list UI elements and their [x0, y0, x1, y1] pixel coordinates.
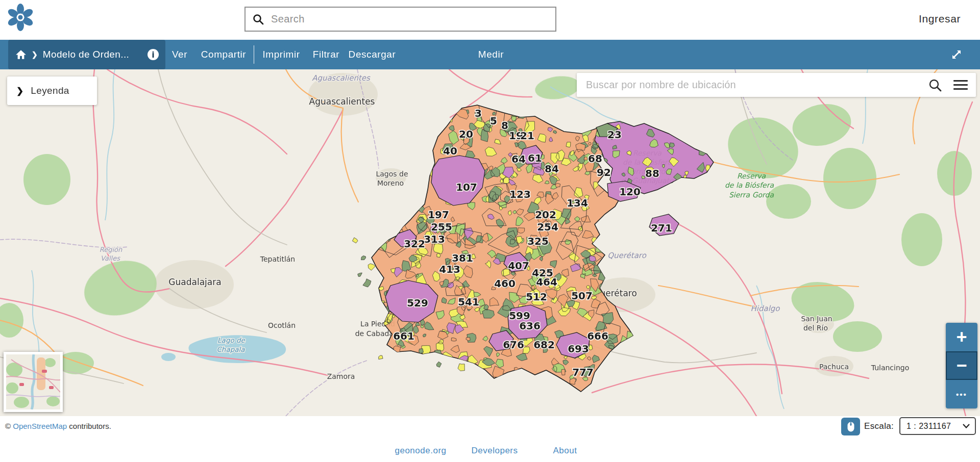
- geonode-flower-icon: [7, 3, 34, 32]
- region-number[interactable]: 21: [520, 130, 534, 142]
- search-icon: [253, 14, 264, 25]
- breadcrumb[interactable]: ❯ Modelo de Orden... i: [8, 40, 165, 69]
- region-number[interactable]: 541: [458, 296, 479, 308]
- map-label: Aguascalientes: [312, 73, 371, 83]
- menu-burger-icon[interactable]: [953, 78, 968, 92]
- region-number[interactable]: 23: [607, 129, 622, 141]
- scale-label: Escala:: [864, 421, 894, 431]
- region-number[interactable]: 120: [619, 186, 641, 198]
- map-attribution: © OpenStreetMap contributors.: [5, 422, 111, 430]
- menu-medir[interactable]: Medir: [478, 40, 504, 69]
- legend-label: Leyenda: [31, 85, 69, 96]
- zoom-in-button[interactable]: +: [946, 323, 977, 351]
- region-number[interactable]: 507: [571, 290, 593, 302]
- region-number[interactable]: 5: [490, 115, 497, 127]
- global-search-input[interactable]: Search: [244, 7, 556, 32]
- region-number[interactable]: 61: [528, 152, 542, 164]
- footer-link-developers[interactable]: Developers: [471, 446, 518, 456]
- region-number[interactable]: 636: [519, 320, 541, 332]
- pointer-coordinates-button[interactable]: [841, 418, 860, 435]
- region-number[interactable]: 40: [443, 145, 457, 157]
- map-label: Región: [100, 246, 122, 253]
- region-number[interactable]: 460: [494, 277, 516, 290]
- region-number[interactable]: 661: [393, 330, 414, 342]
- map-label: Tepatitlán: [260, 255, 295, 263]
- region-number[interactable]: 197: [428, 209, 449, 221]
- menu-compartir[interactable]: Compartir: [201, 40, 247, 69]
- zoom-out-button[interactable]: −: [946, 351, 977, 380]
- map-label: de la Biósfera: [725, 181, 774, 189]
- region-number[interactable]: 271: [651, 222, 672, 234]
- region-number[interactable]: 693: [568, 343, 589, 355]
- menu-imprimir[interactable]: Imprimir: [262, 40, 300, 69]
- zoom-more-button[interactable]: •••: [946, 380, 977, 408]
- chevron-down-icon: [963, 424, 970, 428]
- region-number[interactable]: 529: [407, 297, 428, 309]
- map-label: Chapala: [216, 345, 245, 353]
- region-number[interactable]: 313: [424, 233, 445, 245]
- top-header: Search Ingresar: [0, 0, 980, 40]
- region-number[interactable]: 325: [527, 235, 549, 247]
- region-number[interactable]: 777: [572, 366, 594, 378]
- menu-descargar[interactable]: Descargar: [349, 40, 396, 69]
- location-search-placeholder: Buscar por nombre de ubicación: [586, 79, 928, 91]
- region-number[interactable]: 134: [567, 197, 588, 209]
- footer-link-geonode[interactable]: geonode.org: [395, 446, 446, 456]
- scale-select[interactable]: 1 : 2311167: [899, 417, 976, 435]
- breadcrumb-title: Modelo de Orden...: [43, 49, 130, 60]
- footer-link-about[interactable]: About: [553, 446, 577, 456]
- region-number[interactable]: 381: [452, 252, 473, 264]
- chevron-right-icon: ❯: [32, 50, 38, 59]
- map-label: Hidalgo: [750, 304, 780, 313]
- zoom-controls: + − •••: [946, 323, 977, 408]
- region-number[interactable]: 464: [536, 276, 557, 288]
- fullscreen-icon[interactable]: [950, 48, 963, 61]
- region-number[interactable]: 68: [588, 152, 602, 165]
- location-search-icon[interactable]: [928, 78, 942, 92]
- map-label: Tulancingo: [871, 364, 910, 372]
- login-link[interactable]: Ingresar: [919, 13, 961, 25]
- map-label: Valles: [101, 254, 120, 262]
- region-number[interactable]: 676: [503, 339, 524, 351]
- map-base-layer: AguascalientesAguascalientesLagos deMore…: [0, 69, 980, 416]
- info-icon[interactable]: i: [147, 48, 159, 61]
- region-number[interactable]: 322: [404, 238, 425, 250]
- region-number[interactable]: 3: [475, 107, 482, 119]
- region-number[interactable]: 682: [533, 339, 555, 351]
- region-number[interactable]: 407: [508, 260, 529, 272]
- overview-map-thumbnail[interactable]: [4, 352, 63, 412]
- region-number[interactable]: 666: [587, 330, 608, 342]
- location-search-bar[interactable]: Buscar por nombre de ubicación: [577, 73, 976, 97]
- region-number[interactable]: 8: [501, 119, 508, 132]
- chevron-expand-icon[interactable]: ❯: [16, 86, 23, 96]
- menu-ver[interactable]: Ver: [172, 40, 187, 69]
- scale-value: 1 : 2311167: [906, 422, 963, 431]
- map-toolbar: ❯ Modelo de Orden... i Ver Compartir Imp…: [0, 40, 980, 69]
- legend-panel[interactable]: ❯ Leyenda: [7, 76, 97, 105]
- region-number[interactable]: 107: [456, 181, 477, 193]
- region-number[interactable]: 84: [545, 163, 559, 175]
- toolbar-divider: [254, 45, 254, 64]
- map-canvas[interactable]: AguascalientesAguascalientesLagos deMore…: [0, 69, 980, 416]
- geonode-logo[interactable]: [7, 3, 34, 32]
- region-number[interactable]: 20: [459, 128, 473, 140]
- region-number[interactable]: 413: [439, 263, 460, 275]
- region-number[interactable]: 202: [535, 209, 556, 221]
- mouse-icon: [847, 421, 855, 432]
- region-number[interactable]: 88: [645, 167, 659, 179]
- svg-text:i: i: [152, 50, 154, 60]
- region-number[interactable]: 512: [526, 291, 547, 303]
- map-label: Reserva: [737, 172, 766, 180]
- openstreetmap-link[interactable]: OpenStreetMap: [13, 422, 67, 430]
- region-number[interactable]: 64: [511, 153, 526, 165]
- map-label: Querétaro: [607, 251, 647, 260]
- menu-filtrar[interactable]: Filtrar: [313, 40, 340, 69]
- map-label: Lagos de: [376, 170, 408, 178]
- region-number[interactable]: 254: [537, 221, 558, 233]
- home-icon[interactable]: [15, 49, 27, 60]
- map-label: Moreno: [377, 179, 404, 187]
- region-number[interactable]: 123: [509, 188, 531, 200]
- region-number[interactable]: 255: [431, 221, 452, 233]
- region-number[interactable]: 92: [597, 166, 611, 178]
- footer: © OpenStreetMap contributors. Escala: 1 …: [0, 416, 980, 462]
